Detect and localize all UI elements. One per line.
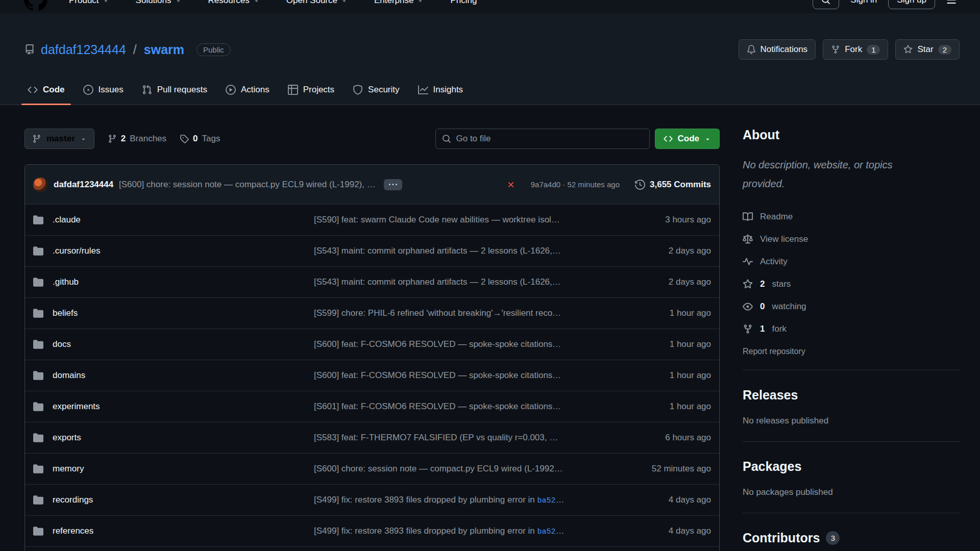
nav-resources[interactable]: Resources	[208, 0, 260, 6]
tab-security[interactable]: Security	[346, 74, 406, 105]
sidebar-readme-link[interactable]: Readme	[743, 206, 960, 228]
.claude[interactable]: .claude [S590] feat: swarm Claude Code n…	[25, 204, 719, 235]
github-logo-icon[interactable]	[24, 0, 47, 11]
search-button[interactable]	[813, 0, 839, 9]
branches-link[interactable]: 2 Branches	[108, 134, 166, 144]
failed-check-x-icon[interactable]	[506, 180, 516, 189]
beliefs[interactable]: beliefs [S599] chore: PHIL-6 refined 'wi…	[25, 297, 719, 329]
repo-icon	[24, 44, 35, 55]
commit-sha-code: ba52	[537, 528, 556, 536]
tab-issues[interactable]: Issues	[76, 74, 131, 105]
tab-pull-requests[interactable]: Pull requests	[135, 74, 214, 105]
row-commit-message-link[interactable]: [S499] fix: restore 3893 files dropped b…	[314, 495, 594, 505]
file-name-link[interactable]: docs	[53, 339, 71, 349]
file-name-link[interactable]: beliefs	[53, 308, 78, 318]
file-name-link[interactable]: references	[53, 526, 93, 536]
domains[interactable]: domains [S600] feat: F-COSMO6 RESOLVED —…	[25, 360, 719, 391]
commit-sha-and-time[interactable]: 9a7a4d0 · 52 minutes ago	[531, 180, 620, 189]
notifications-button[interactable]: Notifications	[739, 39, 816, 60]
table-row-partial[interactable]	[25, 546, 719, 551]
tags-link[interactable]: 0 Tags	[180, 134, 220, 144]
tab-code[interactable]: Code	[20, 74, 72, 105]
file-browser: dafdaf1234444 [S600] chore: session note…	[24, 164, 720, 551]
commit-author-link[interactable]: dafdaf1234444	[54, 180, 114, 190]
repo-forked-icon	[743, 324, 753, 334]
law-icon	[743, 234, 753, 244]
branch-icon	[32, 134, 41, 143]
tab-insights[interactable]: Insights	[411, 74, 471, 105]
row-commit-message-link[interactable]: [S543] maint: commit orphaned artifacts …	[314, 277, 594, 287]
sidebar-activity-link[interactable]: Activity	[743, 251, 960, 273]
row-commit-message-link[interactable]: [S590] feat: swarm Claude Code new abili…	[314, 215, 594, 225]
breadcrumb-separator: /	[133, 42, 137, 57]
row-commit-time: 1 hour ago	[594, 339, 711, 349]
folder-icon	[33, 464, 45, 474]
sidebar-forks-link[interactable]: 1 fork	[743, 318, 960, 340]
latest-commit-message-link[interactable]: [S600] chore: session note — compact.py …	[119, 180, 376, 190]
branch-selector-button[interactable]: master	[24, 129, 94, 149]
file-name-link[interactable]: domains	[53, 370, 85, 381]
nav-pricing[interactable]: Pricing	[450, 0, 477, 6]
recordings[interactable]: recordings [S499] fix: restore 3893 file…	[25, 484, 719, 515]
tab-actions[interactable]: Actions	[218, 74, 277, 105]
row-commit-message-link[interactable]: [S600] feat: F-COSMO6 RESOLVED — spoke-s…	[314, 339, 594, 349]
file-name-link[interactable]: .claude	[53, 215, 81, 225]
fork-count-badge: 1	[867, 45, 880, 55]
row-commit-message-link[interactable]: [S499] fix: restore 3893 files dropped b…	[314, 526, 594, 536]
file-name-link[interactable]: recordings	[53, 495, 93, 505]
go-to-file-search[interactable]	[435, 129, 650, 149]
folder-icon	[33, 246, 45, 256]
file-name-link[interactable]: memory	[53, 464, 84, 474]
hamburger-menu-icon[interactable]	[946, 0, 957, 5]
releases-heading: Releases	[743, 388, 960, 403]
about-description: No description, website, or topics provi…	[743, 156, 937, 193]
row-commit-message-link[interactable]: [S583] feat: F-THERMO7 FALSIFIED (EP vs …	[314, 433, 594, 443]
file-name-link[interactable]: experiments	[53, 402, 100, 412]
report-repository-link[interactable]: Report repository	[743, 340, 960, 363]
commit-history-link[interactable]: 3,655 Commits	[635, 180, 711, 190]
experiments[interactable]: experiments [S601] feat: F-COSMO6 RESOLV…	[25, 391, 719, 422]
nav-enterprise[interactable]: Enterprise	[374, 0, 424, 6]
memory[interactable]: memory [S600] chore: session note — comp…	[25, 453, 719, 484]
avatar[interactable]	[33, 178, 47, 192]
row-commit-message-link[interactable]: [S600] chore: session note — compact.py …	[314, 464, 594, 474]
star-button[interactable]: Star 2	[895, 39, 960, 60]
sign-in-link[interactable]: Sign in	[850, 0, 877, 5]
docs[interactable]: docs [S600] feat: F-COSMO6 RESOLVED — sp…	[25, 329, 719, 360]
file-name-link[interactable]: .cursor/rules	[53, 246, 101, 256]
branch-icon	[108, 134, 117, 143]
.cursor/rules[interactable]: .cursor/rules [S543] maint: commit orpha…	[25, 235, 719, 266]
code-dropdown-button[interactable]: Code	[655, 129, 720, 149]
row-commit-message-link[interactable]: [S600] feat: F-COSMO6 RESOLVED — spoke-s…	[314, 370, 594, 381]
row-commit-message-link[interactable]: [S599] chore: PHIL-6 refined 'without br…	[314, 308, 594, 318]
file-name-link[interactable]: .github	[53, 277, 79, 287]
tab-projects[interactable]: Projects	[281, 74, 341, 105]
chevron-down-icon	[253, 0, 260, 4]
file-name-link[interactable]: exports	[53, 433, 81, 443]
sidebar-stars-link[interactable]: 2 stars	[743, 273, 960, 295]
go-to-file-input[interactable]	[456, 134, 643, 144]
nav-solutions[interactable]: Solutions	[136, 0, 182, 6]
global-nav-actions: Sign in Sign up	[813, 0, 957, 9]
nav-product[interactable]: Product	[69, 0, 109, 6]
folder-icon	[33, 402, 45, 412]
repo-name-link[interactable]: swarm	[144, 42, 184, 57]
exports[interactable]: exports [S583] feat: F-THERMO7 FALSIFIED…	[25, 422, 719, 453]
row-commit-time: 1 hour ago	[594, 370, 711, 381]
sidebar-watching-link[interactable]: 0 watching	[743, 295, 960, 318]
folder-icon	[33, 215, 45, 225]
row-commit-message-link[interactable]: [S543] maint: commit orphaned artifacts …	[314, 246, 594, 256]
references[interactable]: references [S499] fix: restore 3893 file…	[25, 515, 719, 546]
row-commit-message-link[interactable]: [S601] feat: F-COSMO6 RESOLVED — spoke-s…	[314, 402, 594, 412]
.github[interactable]: .github [S543] maint: commit orphaned ar…	[25, 266, 719, 297]
contributors-heading: Contributors 3	[743, 531, 960, 545]
star-icon	[743, 279, 753, 289]
divider	[743, 513, 960, 513]
fork-button[interactable]: Fork 1	[823, 39, 888, 60]
repo-owner-link[interactable]: dafdaf1234444	[41, 42, 126, 57]
sign-up-button[interactable]: Sign up	[888, 0, 935, 9]
nav-open-source[interactable]: Open Source	[286, 0, 348, 6]
sidebar-license-link[interactable]: View license	[743, 228, 960, 251]
commit-details-ellipsis-button[interactable]	[384, 179, 402, 190]
packages-heading: Packages	[743, 459, 960, 474]
